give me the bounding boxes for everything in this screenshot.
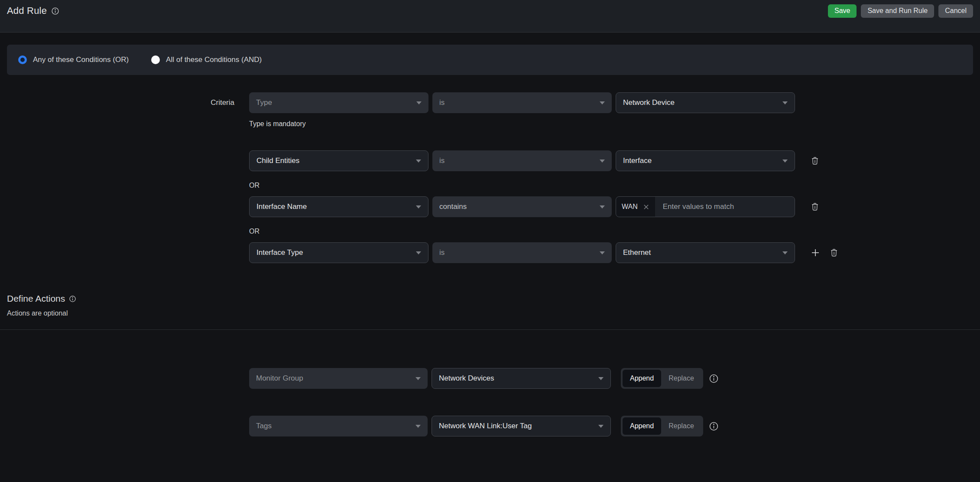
delete-row-button[interactable] [829, 248, 839, 257]
trash-icon [829, 248, 839, 257]
dropdown-value: contains [439, 202, 467, 211]
dropdown-value: Monitor Group [256, 374, 303, 383]
criteria-row: Criteria Type is Network Device [7, 92, 973, 113]
operator-dropdown[interactable]: is [432, 92, 612, 113]
chevron-down-icon [416, 205, 421, 208]
page-title: Add Rule [7, 5, 47, 16]
or-separator: OR [249, 182, 973, 189]
dropdown-value: Network Device [623, 98, 675, 107]
delete-row-button[interactable] [810, 202, 820, 212]
chevron-down-icon [600, 205, 605, 208]
dropdown-value: Ethernet [623, 248, 651, 257]
action-field-dropdown[interactable]: Monitor Group [249, 368, 428, 389]
dropdown-value: Tags [256, 422, 272, 430]
value-dropdown[interactable]: Ethernet [616, 242, 795, 263]
chevron-down-icon [782, 251, 788, 254]
trash-icon [810, 156, 820, 166]
chevron-down-icon [415, 425, 421, 428]
info-icon[interactable] [709, 421, 719, 431]
input-placeholder: Enter values to match [663, 197, 734, 217]
value-dropdown[interactable]: Interface [616, 150, 795, 171]
chevron-down-icon [416, 251, 421, 254]
chevron-down-icon [416, 101, 422, 104]
chevron-down-icon [598, 377, 604, 380]
save-and-run-button[interactable]: Save and Run Rule [861, 4, 934, 18]
condition-mode-panel: Any of these Conditions (OR) All of thes… [7, 45, 973, 75]
radio-selected-icon [18, 55, 27, 64]
values-input[interactable]: WAN Enter values to match [616, 196, 795, 217]
field-dropdown[interactable]: Interface Type [249, 242, 428, 263]
section-divider [0, 329, 980, 330]
append-option[interactable]: Append [623, 417, 661, 435]
actions-subtitle: Actions are optional [7, 309, 973, 317]
radio-label: All of these Conditions (AND) [166, 55, 262, 64]
actions-section-title: Define Actions [7, 293, 65, 304]
field-dropdown[interactable]: Type [249, 92, 428, 113]
criteria-row: Child Entities is Interface [7, 150, 973, 171]
value-dropdown[interactable]: Network Device [616, 92, 795, 113]
dropdown-value: Child Entities [256, 156, 299, 165]
append-option[interactable]: Append [623, 370, 661, 387]
dropdown-value: Network Devices [439, 374, 494, 383]
field-dropdown[interactable]: Child Entities [249, 150, 428, 171]
save-button[interactable]: Save [828, 4, 857, 18]
operator-dropdown[interactable]: is [432, 242, 612, 263]
radio-unselected-icon [151, 55, 160, 64]
chevron-down-icon [782, 101, 788, 104]
trash-icon [810, 202, 820, 212]
dropdown-value: Interface [623, 156, 652, 165]
or-separator: OR [249, 228, 973, 235]
criteria-label: Criteria [7, 98, 249, 107]
criteria-row: Interface Type is Ethernet [7, 242, 973, 263]
action-field-dropdown[interactable]: Tags [249, 416, 428, 436]
dropdown-value: is [439, 248, 445, 257]
chevron-down-icon [416, 160, 421, 163]
action-value-dropdown[interactable]: Network Devices [432, 368, 611, 389]
dropdown-value: Type [256, 98, 272, 107]
header-bar: Add Rule Save Save and Run Rule Cancel [0, 0, 980, 33]
dropdown-value: is [439, 156, 445, 165]
criteria-row: Interface Name contains WAN Enter values… [7, 196, 973, 217]
plus-icon [810, 248, 821, 258]
close-icon[interactable] [643, 204, 649, 210]
append-replace-toggle: Append Replace [621, 368, 703, 389]
radio-label: Any of these Conditions (OR) [33, 55, 129, 64]
dropdown-value: is [439, 98, 445, 107]
operator-dropdown[interactable]: contains [432, 196, 612, 217]
chevron-down-icon [600, 160, 605, 163]
radio-all-conditions-and[interactable]: All of these Conditions (AND) [151, 55, 262, 64]
chevron-down-icon [415, 377, 421, 380]
chevron-down-icon [600, 101, 605, 104]
info-icon[interactable] [709, 374, 719, 384]
action-value-dropdown[interactable]: Network WAN Link:User Tag [432, 416, 611, 436]
radio-any-conditions-or[interactable]: Any of these Conditions (OR) [18, 55, 129, 64]
dropdown-value: Interface Name [256, 202, 307, 211]
action-row: Tags Network WAN Link:User Tag Append Re… [7, 416, 973, 436]
cancel-button[interactable]: Cancel [938, 4, 973, 18]
chevron-down-icon [782, 160, 788, 163]
value-chip: WAN [616, 197, 655, 217]
chevron-down-icon [598, 425, 604, 428]
operator-dropdown[interactable]: is [432, 150, 612, 171]
info-icon[interactable] [51, 7, 59, 15]
add-condition-button[interactable] [810, 248, 821, 258]
append-replace-toggle: Append Replace [621, 416, 703, 436]
dropdown-value: Interface Type [256, 248, 303, 257]
delete-row-button[interactable] [810, 156, 820, 166]
chevron-down-icon [600, 251, 605, 254]
mandatory-note: Type is mandatory [249, 120, 973, 128]
action-row: Monitor Group Network Devices Append Rep… [7, 368, 973, 389]
replace-option[interactable]: Replace [661, 417, 701, 435]
field-dropdown[interactable]: Interface Name [249, 196, 428, 217]
dropdown-value: Network WAN Link:User Tag [439, 422, 532, 430]
chip-label: WAN [622, 203, 638, 211]
info-icon[interactable] [69, 295, 76, 303]
replace-option[interactable]: Replace [661, 370, 701, 387]
